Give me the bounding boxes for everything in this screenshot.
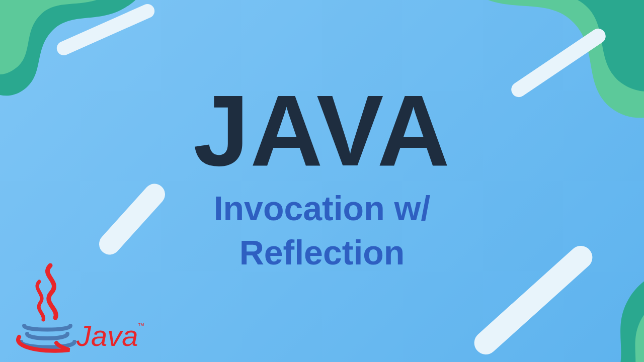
svg-text:™: ™ bbox=[138, 322, 144, 329]
java-logo: Java ™ bbox=[15, 261, 146, 357]
subtitle-line-1: Invocation w/ bbox=[214, 189, 431, 227]
subtitle-line-2: Reflection bbox=[239, 233, 405, 272]
main-content: JAVA Invocation w/ Reflection bbox=[0, 80, 644, 275]
page-title: JAVA bbox=[0, 80, 644, 181]
java-logo-text: Java bbox=[76, 319, 138, 352]
